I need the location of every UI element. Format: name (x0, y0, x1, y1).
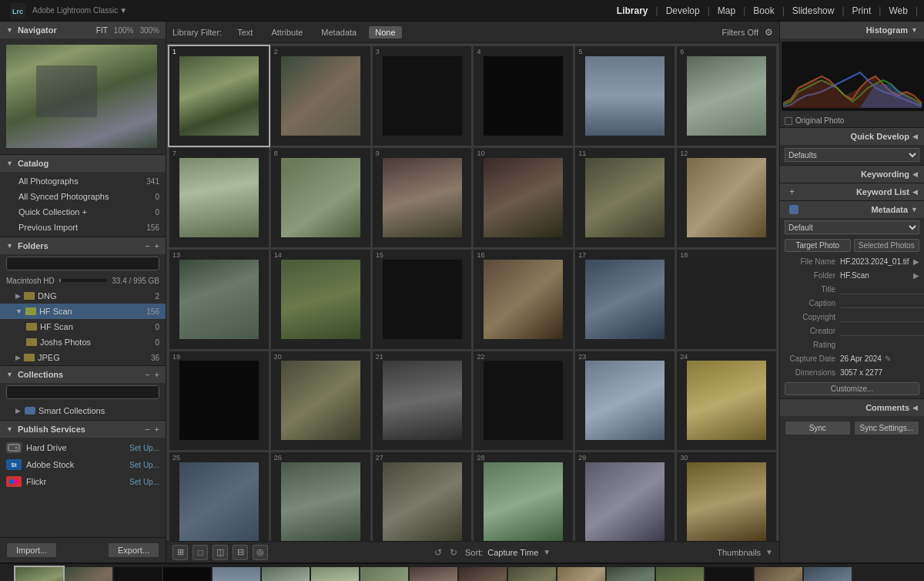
catalog-quick-collection[interactable]: Quick Collection + 0 (0, 204, 166, 220)
folders-header[interactable]: ▼ Folders − + (0, 237, 166, 254)
selected-photos-btn[interactable]: Selected Photos (854, 239, 920, 252)
folder-dng[interactable]: ▶ DNG 2 (0, 288, 166, 304)
photo-cell-30[interactable]: 30 (677, 452, 776, 541)
grid-view-btn[interactable]: ⊞ (172, 545, 188, 560)
sort-value[interactable]: Capture Time (487, 548, 538, 557)
filmstrip-thumb-2[interactable] (65, 567, 112, 581)
folders-minus-btn[interactable]: − (145, 241, 149, 250)
target-photo-btn[interactable]: Target Photo (785, 239, 851, 252)
folder-hf-scan[interactable]: ▼ HF Scan 156 (0, 304, 166, 319)
photo-cell-16[interactable]: 16 (474, 250, 573, 349)
survey-view-btn[interactable]: ⊟ (233, 545, 248, 560)
photo-cell-3[interactable]: 3 (373, 46, 472, 146)
caption-field[interactable] (840, 297, 924, 308)
nav-book[interactable]: Book (745, 0, 782, 22)
navigator-header[interactable]: ▼ Navigator FIT 100% 300% (0, 22, 166, 39)
photo-cell-14[interactable]: 14 (271, 250, 370, 349)
folders-plus-btn[interactable]: + (155, 241, 159, 250)
filter-settings-icon[interactable]: ⚙ (765, 27, 773, 38)
export-button[interactable]: Export... (108, 542, 159, 558)
photo-cell-27[interactable]: 27 (373, 452, 472, 541)
filter-text-btn[interactable]: Text (231, 26, 259, 39)
filmstrip-thumb-6[interactable] (262, 567, 310, 581)
photo-cell-13[interactable]: 13 (169, 250, 269, 349)
photo-cell-1[interactable]: 1 (169, 46, 269, 146)
sync-settings-button[interactable]: Sync Settings... (854, 421, 920, 435)
filmstrip-thumb-14[interactable] (656, 567, 704, 581)
publish-hard-drive[interactable]: Hard Drive Set Up... (0, 439, 166, 456)
filmstrip-thumb-1[interactable] (15, 567, 63, 581)
navigator-preview[interactable] (6, 45, 157, 148)
comments-header[interactable]: Comments ◀ (780, 399, 924, 416)
import-button[interactable]: Import... (6, 542, 57, 558)
keyword-list-header[interactable]: + Keyword List ◀ (780, 183, 924, 200)
photo-cell-6[interactable]: 6 (677, 46, 776, 146)
collections-minus-btn[interactable]: − (145, 370, 149, 379)
filter-metadata-btn[interactable]: Metadata (315, 26, 363, 39)
filmstrip-thumb-16[interactable] (755, 567, 802, 581)
publish-plus-btn[interactable]: + (155, 425, 159, 434)
app-dropdown[interactable]: ▼ (119, 6, 127, 15)
filmstrip-thumb-13[interactable] (607, 567, 654, 581)
photo-cell-15[interactable]: 15 (373, 250, 472, 349)
metadata-preset-select[interactable]: Default (785, 220, 919, 234)
nav-print[interactable]: Print (845, 0, 879, 22)
filters-off-button[interactable]: Filters Off (722, 28, 758, 37)
photo-cell-26[interactable]: 26 (271, 452, 370, 541)
copyright-field[interactable] (840, 311, 924, 322)
publish-flickr[interactable]: Flickr Set Up... (0, 473, 166, 490)
hard-drive-setup-btn[interactable]: Set Up... (129, 444, 159, 452)
filter-none-btn[interactable]: None (369, 26, 401, 39)
photo-cell-25[interactable]: 25 (169, 452, 269, 541)
quick-develop-header[interactable]: Quick Develop ◀ (780, 128, 924, 145)
photo-cell-19[interactable]: 19 (169, 351, 269, 451)
photo-cell-9[interactable]: 9 (373, 148, 472, 247)
filmstrip-thumb-9[interactable] (410, 567, 457, 581)
original-photo-checkbox[interactable] (785, 117, 792, 125)
photo-cell-28[interactable]: 28 (474, 452, 573, 541)
folder-nav-icon[interactable]: ▶ (913, 271, 919, 280)
folder-joshs[interactable]: Joshs Photos 0 (0, 334, 166, 350)
photo-cell-5[interactable]: 5 (575, 46, 675, 146)
nav-map[interactable]: Map (710, 0, 743, 22)
photo-cell-23[interactable]: 23 (575, 351, 675, 451)
publish-minus-btn[interactable]: − (145, 425, 149, 434)
collections-plus-btn[interactable]: + (155, 370, 159, 379)
customize-button[interactable]: Customize... (785, 382, 919, 395)
catalog-all-photos[interactable]: All Photographs 341 (0, 173, 166, 189)
photo-cell-11[interactable]: 11 (575, 148, 675, 247)
photo-cell-24[interactable]: 24 (677, 351, 776, 451)
sync-button[interactable]: Sync (785, 421, 851, 435)
nav-develop[interactable]: Develop (658, 0, 708, 22)
photo-cell-7[interactable]: 7 (169, 148, 269, 247)
compare-view-btn[interactable]: ◫ (213, 545, 228, 560)
collections-header[interactable]: ▼ Collections − + (0, 366, 166, 383)
publish-adobe-stock[interactable]: St Adobe Stock Set Up... (0, 456, 166, 473)
photo-cell-10[interactable]: 10 (474, 148, 573, 247)
filmstrip-thumb-7[interactable] (311, 567, 359, 581)
scroll-down-arrow[interactable]: ▼ (765, 548, 773, 556)
smart-collections[interactable]: ▶ Smart Collections (0, 403, 166, 418)
filmstrip-thumb-15[interactable] (705, 567, 753, 581)
photo-cell-18[interactable]: 18 (677, 250, 776, 349)
catalog-synced-photos[interactable]: All Synced Photographs 0 (0, 189, 166, 204)
creator-field[interactable] (840, 325, 924, 336)
filmstrip-thumb-17[interactable] (804, 567, 852, 581)
keywording-header[interactable]: Keywording ◀ (780, 166, 924, 183)
collections-search-input[interactable] (6, 385, 159, 399)
photo-cell-12[interactable]: 12 (677, 148, 776, 247)
rotate-right-icon[interactable]: ↻ (450, 547, 457, 558)
keyword-add-icon[interactable]: + (789, 186, 795, 197)
sort-direction-icon[interactable]: ▼ (543, 548, 551, 556)
filmstrip-thumb-3[interactable] (114, 567, 162, 581)
photo-cell-21[interactable]: 21 (373, 351, 472, 451)
filmstrip-thumb-8[interactable] (360, 567, 408, 581)
photo-cell-20[interactable]: 20 (271, 351, 370, 451)
loupe-view-btn[interactable]: □ (192, 545, 208, 560)
folder-hf-scan-sub[interactable]: HF Scan 0 (0, 319, 166, 334)
photo-cell-4[interactable]: 4 (474, 46, 573, 146)
nav-300-btn[interactable]: 300% (139, 26, 159, 35)
photo-cell-17[interactable]: 17 (575, 250, 675, 349)
people-view-btn[interactable]: ◎ (253, 545, 268, 560)
photo-cell-29[interactable]: 29 (575, 452, 675, 541)
